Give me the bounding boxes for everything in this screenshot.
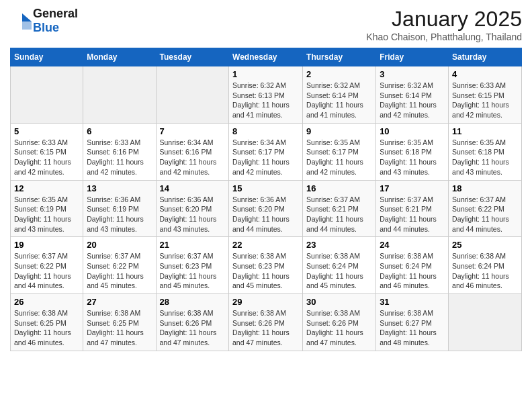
sunset-text: Sunset: 6:26 PM	[306, 318, 372, 328]
day-info: Sunrise: 6:32 AM Sunset: 6:14 PM Dayligh…	[380, 81, 445, 120]
sunset-text: Sunset: 6:14 PM	[306, 91, 372, 101]
day-info: Sunrise: 6:34 AM Sunset: 6:17 PM Dayligh…	[232, 138, 299, 177]
day-number: 16	[306, 183, 372, 193]
sunrise-text: Sunrise: 6:35 AM	[452, 138, 518, 148]
calendar-cell: 28 Sunrise: 6:38 AM Sunset: 6:26 PM Dayl…	[156, 294, 229, 351]
day-info: Sunrise: 6:38 AM Sunset: 6:26 PM Dayligh…	[160, 308, 226, 348]
day-number: 5	[14, 126, 79, 136]
day-number: 26	[14, 297, 79, 307]
calendar-cell: 11 Sunrise: 6:35 AM Sunset: 6:18 PM Dayl…	[449, 123, 522, 180]
day-info: Sunrise: 6:32 AM Sunset: 6:14 PM Dayligh…	[306, 81, 372, 120]
day-info: Sunrise: 6:38 AM Sunset: 6:24 PM Dayligh…	[452, 251, 518, 291]
day-number: 30	[306, 297, 372, 307]
calendar-cell: 14 Sunrise: 6:36 AM Sunset: 6:20 PM Dayl…	[156, 180, 229, 237]
daylight-text: Daylight: 11 hours and 44 minutes.	[380, 214, 445, 234]
sunrise-text: Sunrise: 6:38 AM	[306, 251, 372, 261]
daylight-text: Daylight: 11 hours and 45 minutes.	[306, 271, 372, 291]
header-thursday: Thursday	[303, 48, 376, 66]
day-info: Sunrise: 6:32 AM Sunset: 6:13 PM Dayligh…	[232, 81, 299, 120]
sunset-text: Sunset: 6:19 PM	[14, 204, 79, 214]
daylight-text: Daylight: 11 hours and 46 minutes.	[14, 328, 79, 347]
daylight-text: Daylight: 11 hours and 43 minutes.	[380, 157, 445, 177]
calendar-cell: 2 Sunrise: 6:32 AM Sunset: 6:14 PM Dayli…	[303, 66, 376, 124]
daylight-text: Daylight: 11 hours and 42 minutes.	[380, 100, 445, 120]
calendar-cell	[83, 66, 156, 124]
sunrise-text: Sunrise: 6:35 AM	[380, 138, 445, 148]
daylight-text: Daylight: 11 hours and 41 minutes.	[306, 100, 372, 120]
daylight-text: Daylight: 11 hours and 45 minutes.	[87, 271, 152, 291]
day-info: Sunrise: 6:38 AM Sunset: 6:26 PM Dayligh…	[232, 308, 299, 348]
daylight-text: Daylight: 11 hours and 48 minutes.	[380, 328, 445, 347]
daylight-text: Daylight: 11 hours and 45 minutes.	[160, 271, 226, 291]
day-number: 25	[452, 240, 518, 250]
sunset-text: Sunset: 6:13 PM	[232, 91, 299, 101]
day-number: 2	[306, 69, 372, 79]
day-number: 8	[232, 126, 299, 136]
day-info: Sunrise: 6:34 AM Sunset: 6:16 PM Dayligh…	[160, 138, 226, 177]
calendar-cell: 30 Sunrise: 6:38 AM Sunset: 6:26 PM Dayl…	[303, 294, 376, 351]
calendar-week-2: 5 Sunrise: 6:33 AM Sunset: 6:15 PM Dayli…	[11, 123, 522, 180]
sunrise-text: Sunrise: 6:35 AM	[306, 138, 372, 148]
sunset-text: Sunset: 6:14 PM	[380, 91, 445, 101]
day-info: Sunrise: 6:38 AM Sunset: 6:23 PM Dayligh…	[232, 251, 299, 291]
sunrise-text: Sunrise: 6:38 AM	[380, 308, 445, 318]
sunset-text: Sunset: 6:23 PM	[160, 261, 226, 271]
sunrise-text: Sunrise: 6:33 AM	[452, 81, 518, 91]
calendar-cell: 23 Sunrise: 6:38 AM Sunset: 6:24 PM Dayl…	[303, 237, 376, 294]
daylight-text: Daylight: 11 hours and 46 minutes.	[380, 271, 445, 291]
sunrise-text: Sunrise: 6:37 AM	[160, 251, 226, 261]
day-number: 9	[306, 126, 372, 136]
header-friday: Friday	[376, 48, 449, 66]
svg-marker-1	[22, 21, 32, 30]
day-info: Sunrise: 6:38 AM Sunset: 6:27 PM Dayligh…	[380, 308, 445, 348]
day-info: Sunrise: 6:36 AM Sunset: 6:19 PM Dayligh…	[87, 195, 152, 234]
sunset-text: Sunset: 6:21 PM	[380, 204, 445, 214]
calendar-cell: 24 Sunrise: 6:38 AM Sunset: 6:24 PM Dayl…	[376, 237, 449, 294]
header-saturday: Saturday	[449, 48, 522, 66]
day-number: 21	[160, 240, 226, 250]
day-number: 6	[87, 126, 152, 136]
day-info: Sunrise: 6:36 AM Sunset: 6:20 PM Dayligh…	[232, 195, 299, 234]
day-number: 27	[87, 297, 152, 307]
day-info: Sunrise: 6:33 AM Sunset: 6:16 PM Dayligh…	[87, 138, 152, 177]
sunset-text: Sunset: 6:22 PM	[87, 261, 152, 271]
location-subtitle: Khao Chaison, Phatthalung, Thailand	[366, 32, 522, 42]
sunrise-text: Sunrise: 6:32 AM	[232, 81, 299, 91]
calendar-cell: 4 Sunrise: 6:33 AM Sunset: 6:15 PM Dayli…	[449, 66, 522, 124]
sunset-text: Sunset: 6:23 PM	[232, 261, 299, 271]
calendar-week-4: 19 Sunrise: 6:37 AM Sunset: 6:22 PM Dayl…	[11, 237, 522, 294]
sunset-text: Sunset: 6:24 PM	[452, 261, 518, 271]
calendar-cell: 16 Sunrise: 6:37 AM Sunset: 6:21 PM Dayl…	[303, 180, 376, 237]
day-number: 31	[380, 297, 445, 307]
day-number: 14	[160, 183, 226, 193]
calendar-cell: 17 Sunrise: 6:37 AM Sunset: 6:21 PM Dayl…	[376, 180, 449, 237]
calendar-cell: 21 Sunrise: 6:37 AM Sunset: 6:23 PM Dayl…	[156, 237, 229, 294]
sunset-text: Sunset: 6:27 PM	[380, 318, 445, 328]
daylight-text: Daylight: 11 hours and 42 minutes.	[452, 100, 518, 120]
day-number: 3	[380, 69, 445, 79]
calendar-cell	[449, 294, 522, 351]
calendar-cell: 19 Sunrise: 6:37 AM Sunset: 6:22 PM Dayl…	[11, 237, 83, 294]
sunrise-text: Sunrise: 6:33 AM	[14, 138, 79, 148]
day-number: 29	[232, 297, 299, 307]
sunset-text: Sunset: 6:24 PM	[306, 261, 372, 271]
calendar-cell: 12 Sunrise: 6:35 AM Sunset: 6:19 PM Dayl…	[11, 180, 83, 237]
daylight-text: Daylight: 11 hours and 47 minutes.	[87, 328, 152, 347]
sunrise-text: Sunrise: 6:38 AM	[452, 251, 518, 261]
sunset-text: Sunset: 6:26 PM	[160, 318, 226, 328]
sunrise-text: Sunrise: 6:36 AM	[160, 195, 226, 205]
sunset-text: Sunset: 6:25 PM	[87, 318, 152, 328]
day-number: 13	[87, 183, 152, 193]
daylight-text: Daylight: 11 hours and 47 minutes.	[160, 328, 226, 347]
sunrise-text: Sunrise: 6:38 AM	[380, 251, 445, 261]
day-info: Sunrise: 6:37 AM Sunset: 6:21 PM Dayligh…	[380, 195, 445, 234]
day-number: 18	[452, 183, 518, 193]
day-number: 1	[232, 69, 299, 79]
sunset-text: Sunset: 6:26 PM	[232, 318, 299, 328]
calendar-cell: 29 Sunrise: 6:38 AM Sunset: 6:26 PM Dayl…	[229, 294, 303, 351]
calendar-cell: 7 Sunrise: 6:34 AM Sunset: 6:16 PM Dayli…	[156, 123, 229, 180]
sunset-text: Sunset: 6:16 PM	[160, 147, 226, 157]
day-info: Sunrise: 6:38 AM Sunset: 6:24 PM Dayligh…	[306, 251, 372, 291]
page-header: General Blue January 2025 Khao Chaison, …	[10, 7, 522, 42]
daylight-text: Daylight: 11 hours and 47 minutes.	[232, 328, 299, 347]
